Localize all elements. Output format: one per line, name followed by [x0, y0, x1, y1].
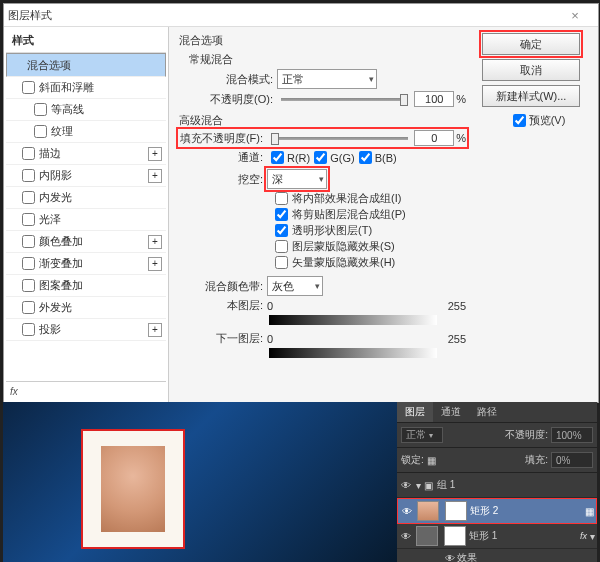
- slider-thumb[interactable]: [400, 94, 408, 106]
- this-layer-gradient[interactable]: [269, 315, 437, 325]
- opacity-slider[interactable]: [281, 98, 408, 101]
- new-style-button[interactable]: 新建样式(W)...: [482, 85, 580, 107]
- chevron-down-icon[interactable]: ▾: [590, 531, 595, 542]
- channel-r[interactable]: [271, 151, 284, 164]
- chevron-down-icon: ▾: [369, 74, 374, 84]
- panel-fill[interactable]: 0%: [551, 452, 593, 468]
- style-checkbox[interactable]: [22, 323, 35, 336]
- layer-style-dialog: 图层样式 × 样式 混合选项斜面和浮雕等高线纹理描边+内阴影+内发光光泽颜色叠加…: [3, 3, 599, 403]
- under-layer-gradient[interactable]: [269, 348, 437, 358]
- titlebar[interactable]: 图层样式 ×: [4, 4, 598, 27]
- chevron-down-icon: ▾: [429, 431, 433, 440]
- style-item-6[interactable]: 内发光: [6, 187, 166, 209]
- layer-row-group[interactable]: 👁 ▾ ▣ 组 1: [397, 473, 597, 498]
- opt-trans-shape[interactable]: [275, 224, 288, 237]
- tab-paths[interactable]: 路径: [469, 402, 505, 422]
- style-checkbox[interactable]: [22, 279, 35, 292]
- channel-g[interactable]: [314, 151, 327, 164]
- fx-badge[interactable]: fx: [580, 531, 587, 541]
- options-panel: 混合选项 常规混合 混合模式: 正常▾ 不透明度(O): 100 %: [169, 27, 476, 402]
- opacity-value[interactable]: 100: [414, 91, 454, 107]
- add-icon[interactable]: +: [148, 323, 162, 337]
- under-layer-label: 下一图层:: [179, 331, 263, 346]
- style-checkbox[interactable]: [34, 103, 47, 116]
- add-icon[interactable]: +: [148, 257, 162, 271]
- style-checkbox[interactable]: [22, 169, 35, 182]
- layers-panel: 图层 通道 路径 正常▾ 不透明度: 100% 锁定: ▦ 填充: 0% 👁 ▾…: [397, 402, 597, 562]
- canvas-area[interactable]: [3, 402, 397, 562]
- cancel-button[interactable]: 取消: [482, 59, 580, 81]
- blendif-select[interactable]: 灰色▾: [267, 276, 323, 296]
- link-icon[interactable]: ▦: [585, 506, 594, 517]
- style-checkbox[interactable]: [22, 235, 35, 248]
- styles-list: 样式 混合选项斜面和浮雕等高线纹理描边+内阴影+内发光光泽颜色叠加+渐变叠加+图…: [4, 27, 169, 402]
- blend-mode-dd[interactable]: 正常▾: [401, 427, 443, 443]
- styles-ul: 混合选项斜面和浮雕等高线纹理描边+内阴影+内发光光泽颜色叠加+渐变叠加+图案叠加…: [6, 53, 166, 381]
- blend-mode-select[interactable]: 正常▾: [277, 69, 377, 89]
- fill-slider[interactable]: [271, 137, 408, 140]
- style-item-5[interactable]: 内阴影+: [6, 165, 166, 187]
- normal-group-label: 常规混合: [189, 52, 466, 67]
- visibility-icon[interactable]: 👁: [399, 531, 413, 542]
- fill-value[interactable]: 0: [414, 130, 454, 146]
- style-checkbox[interactable]: [22, 213, 35, 226]
- opt-vector-mask[interactable]: [275, 256, 288, 269]
- slider-thumb[interactable]: [271, 133, 279, 145]
- knockout-select[interactable]: 深▾: [267, 169, 327, 189]
- style-item-8[interactable]: 颜色叠加+: [6, 231, 166, 253]
- panel-tabs: 图层 通道 路径: [397, 402, 597, 423]
- chevron-down-icon[interactable]: ▾: [416, 480, 421, 491]
- opt-clip-group[interactable]: [275, 208, 288, 221]
- panel-opacity-label: 不透明度:: [505, 428, 548, 442]
- effects-row[interactable]: 👁 效果: [397, 549, 597, 562]
- style-item-0[interactable]: 混合选项: [6, 53, 166, 77]
- style-label: 光泽: [39, 212, 61, 227]
- photoshop-workspace: 图层 通道 路径 正常▾ 不透明度: 100% 锁定: ▦ 填充: 0% 👁 ▾…: [3, 402, 597, 562]
- add-icon[interactable]: +: [148, 147, 162, 161]
- mask-thumb: [445, 501, 467, 521]
- add-icon[interactable]: +: [148, 235, 162, 249]
- channel-b[interactable]: [359, 151, 372, 164]
- effects-label: 效果: [457, 551, 595, 562]
- close-icon[interactable]: ×: [556, 8, 594, 23]
- layer-thumb: [416, 526, 438, 546]
- chevron-down-icon: ▾: [315, 281, 320, 291]
- style-label: 外发光: [39, 300, 72, 315]
- style-item-12[interactable]: 投影+: [6, 319, 166, 341]
- opt-inner-group[interactable]: [275, 192, 288, 205]
- style-checkbox[interactable]: [22, 147, 35, 160]
- blend-mode-label: 混合模式:: [189, 72, 273, 87]
- folder-icon: ▣: [424, 480, 433, 491]
- style-item-4[interactable]: 描边+: [6, 143, 166, 165]
- fx-bar[interactable]: fx: [6, 381, 166, 400]
- style-item-11[interactable]: 外发光: [6, 297, 166, 319]
- add-icon[interactable]: +: [148, 169, 162, 183]
- style-item-10[interactable]: 图案叠加: [6, 275, 166, 297]
- visibility-icon[interactable]: 👁: [443, 553, 457, 563]
- style-item-9[interactable]: 渐变叠加+: [6, 253, 166, 275]
- style-item-3[interactable]: 纹理: [6, 121, 166, 143]
- panel-opacity[interactable]: 100%: [551, 427, 593, 443]
- style-checkbox[interactable]: [22, 257, 35, 270]
- photo-frame: [81, 429, 185, 549]
- style-checkbox[interactable]: [22, 81, 35, 94]
- layer-name: 组 1: [437, 478, 595, 492]
- preview-checkbox[interactable]: [513, 114, 526, 127]
- style-checkbox[interactable]: [22, 191, 35, 204]
- style-item-2[interactable]: 等高线: [6, 99, 166, 121]
- style-item-1[interactable]: 斜面和浮雕: [6, 77, 166, 99]
- style-item-7[interactable]: 光泽: [6, 209, 166, 231]
- opt-layer-mask[interactable]: [275, 240, 288, 253]
- lock-icon[interactable]: ▦: [427, 455, 436, 466]
- layer-row-rect2[interactable]: 👁 矩形 2 ▦: [397, 498, 597, 524]
- layer-row-rect1[interactable]: 👁 矩形 1 fx ▾: [397, 524, 597, 549]
- tab-layers[interactable]: 图层: [397, 402, 433, 422]
- tab-channels[interactable]: 通道: [433, 402, 469, 422]
- visibility-icon[interactable]: 👁: [399, 480, 413, 491]
- knockout-label: 挖空:: [179, 172, 263, 187]
- visibility-icon[interactable]: 👁: [400, 506, 414, 517]
- style-checkbox[interactable]: [34, 125, 47, 138]
- ok-button[interactable]: 确定: [482, 33, 580, 55]
- style-label: 描边: [39, 146, 61, 161]
- style-checkbox[interactable]: [22, 301, 35, 314]
